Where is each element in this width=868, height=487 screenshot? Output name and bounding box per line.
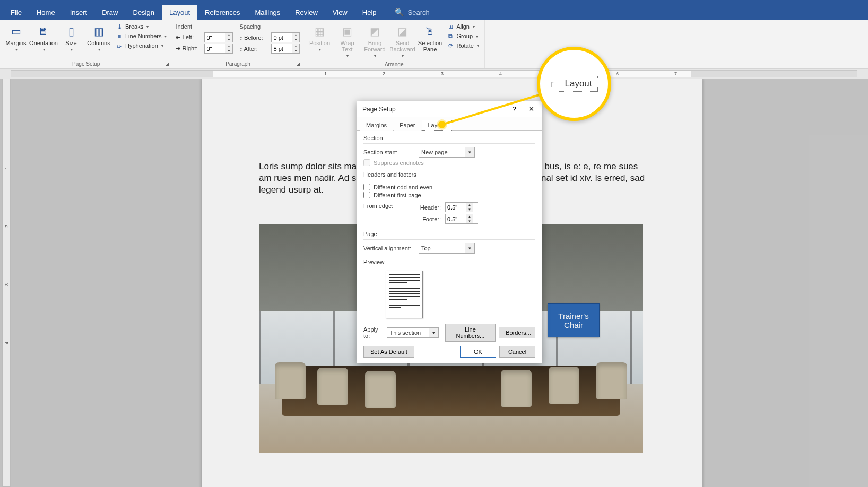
orientation-label: Orientation (29, 40, 58, 46)
indent-heading: Indent (176, 22, 233, 31)
group-button[interactable]: ⧉Group▾ (445, 32, 481, 40)
tab-view[interactable]: View (325, 5, 355, 20)
valign-value: Top (419, 245, 465, 251)
page-setup-title: Page Setup (3, 59, 169, 68)
indent-right-value[interactable] (205, 46, 225, 52)
suppress-endnotes-label: Suppress endnotes (374, 160, 424, 166)
hf-heading: Headers and footers (363, 171, 535, 180)
indent-left-label: ⇤ Left: (176, 34, 202, 41)
dialog-title: Page Setup (362, 106, 396, 113)
dialog-tab-paper[interactable]: Paper (394, 120, 421, 131)
margins-button[interactable]: ▭ Margins▾ (3, 22, 29, 54)
search-input[interactable] (408, 8, 472, 16)
forward-label: Bring Forward (363, 40, 386, 53)
columns-icon: ▥ (90, 24, 107, 39)
page-setup-launcher[interactable]: ◢ (164, 60, 170, 67)
wrap-icon: ▣ (338, 24, 355, 39)
ruler-horizontal[interactable]: 1 2 3 4 5 6 7 (0, 69, 868, 79)
rotate-icon: ⟳ (447, 42, 454, 49)
paragraph-title: Paragraph (176, 59, 300, 68)
line-numbers-icon: ≡ (116, 32, 123, 40)
indent-right-spinner[interactable]: ▲▼ (204, 44, 233, 54)
footer-spinner[interactable]: ▲▼ (445, 214, 478, 224)
paragraph-launcher[interactable]: ◢ (295, 60, 301, 67)
borders-btn[interactable]: Borders... (499, 327, 535, 338)
align-button[interactable]: ⊞Align▾ (445, 22, 481, 31)
orientation-button[interactable]: 🗎 Orientation▾ (31, 22, 56, 54)
before-value[interactable] (272, 34, 292, 41)
cancel-button[interactable]: Cancel (499, 346, 535, 358)
tab-layout[interactable]: Layout (162, 5, 197, 20)
from-edge-label: From edge: (363, 201, 402, 225)
tab-file[interactable]: File (3, 5, 29, 20)
line-numbers-button[interactable]: ≡Line Numbers▾ (114, 32, 169, 40)
position-icon: ▦ (311, 24, 328, 39)
tell-me[interactable]: 🔍 (395, 8, 472, 16)
valign-label: Vertical alignment: (363, 245, 414, 251)
spacing-heading: Spacing (239, 22, 300, 31)
tab-design[interactable]: Design (126, 5, 162, 20)
position-button[interactable]: ▦Position▾ (307, 22, 332, 54)
align-icon: ⊞ (447, 23, 454, 30)
tab-draw[interactable]: Draw (94, 5, 125, 20)
apply-to-combo[interactable]: This section▾ (387, 327, 438, 338)
tab-mailings[interactable]: Mailings (248, 5, 288, 20)
header-value[interactable] (446, 204, 466, 211)
line-numbers-btn[interactable]: Line Numbers... (445, 324, 496, 342)
tab-review[interactable]: Review (288, 5, 325, 20)
first-page-checkbox[interactable] (363, 192, 370, 198)
valign-combo[interactable]: Top▾ (419, 243, 475, 254)
set-default-button[interactable]: Set As Default (363, 346, 414, 358)
ok-button[interactable]: OK (460, 346, 496, 358)
margins-label: Margins (5, 40, 26, 46)
group-btn-label: Group (456, 33, 473, 39)
breaks-button[interactable]: ⤓Breaks▾ (114, 22, 169, 31)
tab-references[interactable]: References (197, 5, 247, 20)
rotate-button[interactable]: ⟳Rotate▾ (445, 41, 481, 50)
backward-icon: ◪ (394, 24, 411, 39)
ribbon-panel: ▭ Margins▾ 🗎 Orientation▾ ▯ Size▾ ▥ Colu… (0, 20, 868, 69)
selection-label: Selection Pane (418, 40, 442, 53)
before-label: ↕ Before: (239, 34, 269, 41)
section-start-combo[interactable]: New page▾ (419, 147, 475, 158)
size-label: Size (65, 40, 76, 46)
tab-home[interactable]: Home (29, 5, 63, 20)
columns-button[interactable]: ▥ Columns▾ (86, 22, 111, 54)
backward-button[interactable]: ◪Send Backward▾ (389, 22, 415, 60)
rotate-label: Rotate (456, 42, 473, 49)
odd-even-checkbox[interactable] (363, 184, 370, 190)
columns-label: Columns (87, 40, 110, 46)
group-icon: ⧉ (447, 32, 454, 40)
margins-icon: ▭ (7, 24, 24, 39)
wrap-button[interactable]: ▣Wrap Text▾ (334, 22, 360, 60)
header-spinner[interactable]: ▲▼ (445, 202, 478, 212)
selection-pane-button[interactable]: 🖱Selection Pane (417, 22, 442, 54)
selection-icon: 🖱 (421, 24, 438, 39)
dialog-close-button[interactable]: ✕ (524, 103, 539, 116)
section-heading: Section (363, 135, 535, 144)
tab-insert[interactable]: Insert (63, 5, 95, 20)
wrap-label: Wrap Text (335, 40, 359, 53)
section-start-label: Section start: (363, 149, 414, 155)
footer-label: Footer: (418, 216, 441, 222)
ruler-vertical[interactable]: 1 2 3 4 (2, 79, 11, 487)
tab-help[interactable]: Help (355, 5, 384, 20)
page-setup-dialog: Page Setup ? ✕ Margins Paper Layout Sect… (357, 101, 542, 363)
callout-trainers-chair[interactable]: Trainer's Chair (548, 303, 600, 337)
dialog-tab-margins[interactable]: Margins (360, 120, 393, 131)
after-spinner[interactable]: ▲▼ (271, 44, 300, 54)
indent-left-value[interactable] (205, 34, 225, 41)
group-arrange: ▦Position▾ ▣Wrap Text▾ ◩Bring Forward▾ ◪… (303, 20, 484, 68)
page-heading: Page (363, 231, 535, 240)
size-icon: ▯ (63, 24, 80, 39)
forward-icon: ◩ (366, 24, 383, 39)
size-button[interactable]: ▯ Size▾ (58, 22, 84, 54)
forward-button[interactable]: ◩Bring Forward▾ (362, 22, 387, 60)
after-value[interactable] (272, 46, 292, 52)
mag-left: r (550, 79, 553, 90)
indent-left-spinner[interactable]: ▲▼ (204, 32, 233, 42)
hyphenation-button[interactable]: a-Hyphenation▾ (114, 41, 169, 50)
before-spinner[interactable]: ▲▼ (271, 32, 300, 42)
first-page-label: Different first page (374, 192, 421, 198)
footer-value[interactable] (446, 216, 466, 222)
